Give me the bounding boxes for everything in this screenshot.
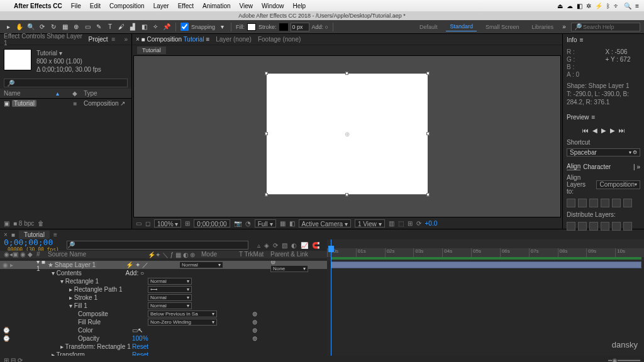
add-label[interactable]: Add: ○	[312, 24, 328, 30]
workspace-libraries[interactable]: Libraries	[528, 23, 557, 31]
layer-bar[interactable]	[331, 261, 641, 268]
mag-icon[interactable]: ▭	[136, 220, 142, 227]
align-left-icon[interactable]	[567, 199, 575, 207]
hand-tool-icon[interactable]: ✋	[15, 23, 24, 31]
help-search[interactable]: 🔎	[571, 23, 640, 31]
clone-tool-icon[interactable]: ▟	[128, 23, 137, 31]
draft3d-icon[interactable]: ◈	[264, 242, 269, 249]
work-area-bar[interactable]	[331, 257, 641, 260]
last-frame-icon[interactable]: ⏭	[619, 127, 625, 134]
viewer-footer: ▭ ◻ 100% ▾ ⊞ 0;00;00;00 📷 ◔ Full ▾ ▦ ◧ A…	[132, 217, 562, 229]
project-search[interactable]: 🔎	[4, 79, 128, 87]
tab-composition[interactable]: × ■ Composition Tutorial ≡	[136, 36, 209, 43]
snapshot-icon[interactable]: 📷	[234, 220, 242, 227]
eraser-tool-icon[interactable]: ◧	[140, 23, 148, 31]
tab-project[interactable]: Project	[88, 36, 108, 43]
orbit-tool-icon[interactable]: ⟳	[38, 23, 47, 31]
timecode-display[interactable]: 0;00;00;00	[194, 219, 230, 228]
timeline-search[interactable]: 🔎	[67, 241, 248, 250]
menu-window[interactable]: Window	[262, 3, 284, 9]
puppet-tool-icon[interactable]: 📌	[162, 23, 171, 31]
project-row-tutorial[interactable]: ▣Tutorial ■ Composition ↗	[0, 99, 131, 108]
snap-icon[interactable]: 🧲	[312, 242, 319, 249]
tab-effect-controls[interactable]: Effect Controls Shape Layer 1	[4, 33, 84, 47]
tab-align[interactable]: Align	[567, 163, 580, 170]
preview-panel-title[interactable]: Preview ≡	[563, 111, 644, 123]
menu-composition[interactable]: Composition	[109, 3, 145, 9]
exposure-value[interactable]: +0.0	[425, 220, 438, 227]
zoom-dropdown[interactable]: 100% ▾	[154, 219, 181, 228]
menu-help[interactable]: Help	[293, 3, 306, 9]
snap-opt-icon[interactable]: ▾	[218, 23, 226, 31]
timeline-ruler-area[interactable]: :00s01s02s03s04s05s06s07s08s09s10s	[327, 239, 644, 261]
interpret-icon[interactable]: ▣	[4, 220, 9, 227]
tab-layer[interactable]: Layer (none)	[216, 36, 252, 43]
first-frame-icon[interactable]: ⏮	[582, 127, 589, 134]
prev-frame-icon[interactable]: ◀	[592, 127, 597, 134]
timeline-close-icon[interactable]: ×	[4, 231, 8, 238]
menu-edit[interactable]: Edit	[90, 3, 101, 9]
brush-tool-icon[interactable]: 🖌	[117, 23, 126, 31]
composition-viewer[interactable]: ⊕	[133, 55, 561, 217]
align-vcenter-icon[interactable]	[612, 199, 621, 207]
help-search-input[interactable]	[582, 23, 638, 31]
comp-breadcrumb[interactable]: Tutorial	[137, 47, 166, 54]
menu-effect[interactable]: Effect	[178, 3, 194, 9]
comp-mini-icon[interactable]: ▵	[257, 242, 260, 249]
mac-menubar[interactable]: After Effects CC File Edit Composition L…	[0, 0, 644, 11]
align-top-icon[interactable]	[601, 199, 609, 207]
align-bottom-icon[interactable]	[623, 199, 632, 207]
workspace-menu-icon[interactable]: »	[560, 23, 569, 31]
stroke-width-input[interactable]	[291, 23, 309, 31]
rotate-tool-icon[interactable]: ↻	[49, 23, 58, 31]
align-target-dropdown[interactable]: Composition▾	[596, 180, 640, 189]
app-menu[interactable]: After Effects CC	[14, 3, 62, 9]
workspace-standard[interactable]: Standard	[446, 22, 477, 31]
view-dropdown[interactable]: 1 View ▾	[355, 219, 385, 228]
playhead[interactable]	[331, 239, 331, 261]
menu-animation[interactable]: Animation	[203, 3, 230, 9]
fill-label: Fill:	[236, 24, 245, 30]
current-time[interactable]: 0;00;00;00	[4, 238, 59, 247]
info-panel-title[interactable]: Info ≡	[563, 34, 644, 46]
menu-view[interactable]: View	[240, 3, 253, 9]
workspace-small[interactable]: Small Screen	[482, 23, 523, 31]
workspace-default[interactable]: Default	[416, 23, 441, 31]
menubar-status-icons[interactable]: ⏏☁◧✲⚡ᛒᯤ🔍≡	[553, 3, 639, 9]
bpc-button[interactable]: ■ 8 bpc	[13, 220, 34, 227]
tab-character[interactable]: Character	[583, 163, 611, 170]
shy-icon[interactable]: ⟳	[273, 242, 278, 249]
camera-tool-icon[interactable]: ▦	[60, 23, 69, 31]
shortcut-dropdown[interactable]: Spacebar▾ ⚙	[567, 148, 640, 156]
tab-footage[interactable]: Footage (none)	[258, 36, 301, 43]
timeline-bars[interactable]	[327, 261, 644, 356]
snapping-checkbox[interactable]	[180, 23, 189, 31]
align-right-icon[interactable]	[589, 199, 598, 207]
pen-tool-icon[interactable]: ✎	[94, 23, 103, 31]
resolution-dropdown[interactable]: Full ▾	[255, 219, 276, 228]
stroke-swatch[interactable]	[279, 23, 288, 31]
align-hcenter-icon[interactable]	[578, 199, 587, 207]
type-tool-icon[interactable]: T	[106, 23, 114, 31]
menu-layer[interactable]: Layer	[153, 3, 169, 9]
zoom-slider[interactable]: ━◉━━━━━━	[608, 357, 640, 363]
selection-tool-icon[interactable]: ▸	[4, 23, 13, 31]
toggle-switches-icon[interactable]: ⊞ ⊟ ⟳	[4, 357, 23, 363]
graph-icon[interactable]: 📈	[301, 242, 308, 249]
trash-icon[interactable]: 🗑	[38, 220, 44, 227]
panel-menu-icon[interactable]: ≡	[112, 36, 116, 43]
motion-blur-icon[interactable]: ◐	[291, 242, 297, 249]
roto-tool-icon[interactable]: ✧	[151, 23, 160, 31]
shape-tool-icon[interactable]: ▭	[83, 23, 92, 31]
frame-blend-icon[interactable]: ▧	[282, 242, 287, 249]
next-frame-icon[interactable]: ▶	[610, 127, 615, 134]
zoom-tool-icon[interactable]: 🔍	[26, 23, 35, 31]
menu-file[interactable]: File	[71, 3, 81, 9]
camera-dropdown[interactable]: Active Camera ▾	[299, 219, 351, 228]
play-icon[interactable]: ▶	[601, 127, 606, 134]
pan-behind-tool-icon[interactable]: ⊕	[72, 23, 80, 31]
res-icon[interactable]: ⊞	[185, 220, 190, 227]
fill-swatch[interactable]	[247, 23, 256, 31]
close-panel-icon[interactable]: »	[124, 36, 128, 43]
canvas-shape[interactable]: ⊕	[267, 74, 428, 194]
